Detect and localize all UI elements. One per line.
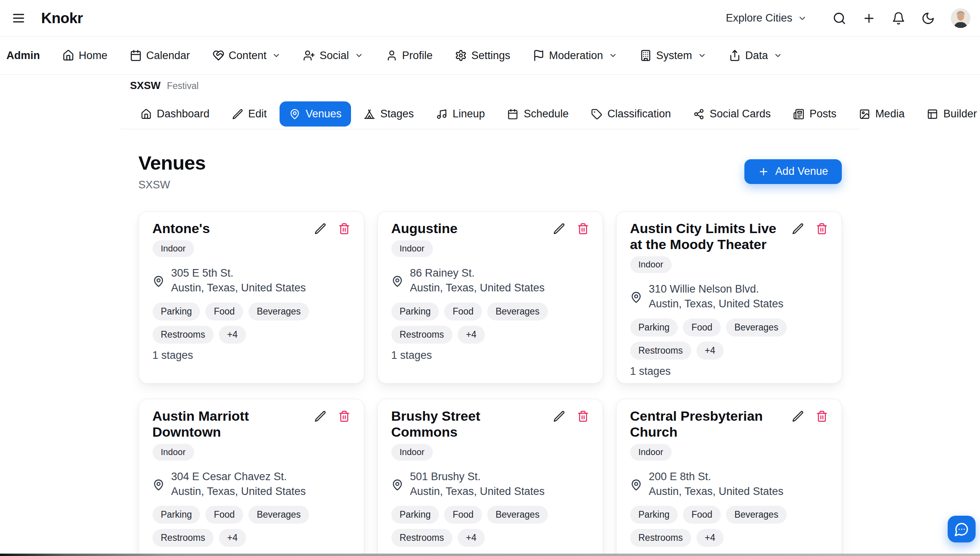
chevron-down-icon <box>272 51 281 60</box>
edit-venue-button[interactable] <box>553 410 565 422</box>
venue-address-line1: 200 E 8th St. <box>649 469 784 484</box>
plus-icon <box>758 166 769 177</box>
tab-schedule[interactable]: Schedule <box>498 101 578 127</box>
venue-address-line2: Austin, Texas, United States <box>410 484 545 499</box>
event-name: SXSW <box>130 79 161 92</box>
tab-media[interactable]: Media <box>849 101 915 127</box>
explore-cities-dropdown[interactable]: Explore Cities <box>726 12 807 24</box>
amenities-more-pill[interactable]: +4 <box>458 529 485 547</box>
nav-item-content[interactable]: Content <box>212 49 281 62</box>
tab-posts[interactable]: Posts <box>784 101 846 127</box>
chevron-down-icon <box>774 51 782 60</box>
edit-venue-button[interactable] <box>314 223 326 235</box>
notifications-button[interactable] <box>892 12 905 25</box>
venue-amenities: ParkingFoodBeveragesRestrooms+4 <box>630 506 828 547</box>
tab-stages[interactable]: Stages <box>354 101 423 127</box>
venue-address-line1: 304 E Cesar Chavez St. <box>171 469 306 484</box>
amenities-more-pill[interactable]: +4 <box>219 326 246 344</box>
amenities-more-pill[interactable]: +4 <box>696 342 724 360</box>
delete-venue-button[interactable] <box>816 410 828 422</box>
delete-venue-button[interactable] <box>338 410 350 422</box>
venue-address-line1: 86 Rainey St. <box>410 266 545 281</box>
venue-name: Antone's <box>153 220 314 236</box>
amenities-more-pill[interactable]: +4 <box>696 529 724 547</box>
chat-fab[interactable] <box>948 516 976 542</box>
tab-builder[interactable]: Builder <box>917 101 980 127</box>
edit-venue-button[interactable] <box>792 223 804 235</box>
search-button[interactable] <box>833 12 846 25</box>
amenity-pill: Restrooms <box>630 342 691 360</box>
venue-address: 86 Rainey St.Austin, Texas, United State… <box>391 266 589 295</box>
delete-venue-button[interactable] <box>338 223 350 235</box>
amenity-pill: Restrooms <box>391 326 452 344</box>
explore-cities-label: Explore Cities <box>726 12 792 24</box>
tab-lineup[interactable]: Lineup <box>427 101 494 127</box>
nav-item-moderation[interactable]: Moderation <box>533 49 617 62</box>
tab-venues[interactable]: Venues <box>280 101 351 127</box>
event-type-label: Festival <box>167 81 198 91</box>
nav-item-calendar[interactable]: Calendar <box>130 49 190 62</box>
amenity-pill: Food <box>205 303 243 321</box>
venue-address-line2: Austin, Texas, United States <box>171 281 306 295</box>
tab-social-cards[interactable]: Social Cards <box>684 101 780 127</box>
page-title: Venues <box>139 152 206 174</box>
venue-name: Augustine <box>391 220 553 236</box>
delete-venue-button[interactable] <box>577 410 589 422</box>
pencil-icon <box>792 410 804 422</box>
image-icon <box>859 109 870 120</box>
edit-venue-button[interactable] <box>792 410 804 422</box>
tab-classification[interactable]: Classification <box>581 101 680 127</box>
venue-type-badge: Indoor <box>153 240 194 257</box>
app-logo[interactable]: Knokr <box>41 10 83 27</box>
theme-toggle-button[interactable] <box>921 12 935 25</box>
search-icon <box>833 12 846 25</box>
amenities-more-pill[interactable]: +4 <box>219 529 246 547</box>
tab-edit[interactable]: Edit <box>222 101 277 127</box>
menu-button[interactable] <box>10 9 28 27</box>
create-button[interactable] <box>862 12 876 25</box>
event-tabs: DashboardEditVenuesStagesLineupScheduleC… <box>121 101 860 129</box>
nav-item-admin[interactable]: Admin <box>6 49 40 62</box>
amenities-more-pill[interactable]: +4 <box>458 326 485 344</box>
map-pin-icon <box>630 283 642 311</box>
venue-card: Austin Marriott DowntownIndoor304 E Cesa… <box>139 399 364 556</box>
delete-venue-button[interactable] <box>577 223 589 235</box>
venue-card: AugustineIndoor86 Rainey St.Austin, Texa… <box>377 211 603 384</box>
tab-dashboard[interactable]: Dashboard <box>131 101 219 127</box>
trash-icon <box>816 223 828 235</box>
nav-item-home[interactable]: Home <box>62 49 107 62</box>
chevron-down-icon <box>355 51 363 60</box>
pencil-icon <box>553 410 565 422</box>
nav-item-system[interactable]: System <box>640 49 706 62</box>
edit-venue-button[interactable] <box>314 410 326 422</box>
chat-bubble-icon <box>954 522 969 537</box>
avatar[interactable] <box>951 8 970 28</box>
map-pin-icon <box>391 471 403 499</box>
amenity-pill: Food <box>444 303 482 321</box>
building-icon <box>640 49 652 61</box>
heart-handshake-icon <box>212 49 224 61</box>
bottom-edge-strip <box>0 554 980 556</box>
nav-item-data[interactable]: Data <box>729 49 782 62</box>
delete-venue-button[interactable] <box>816 223 828 235</box>
amenity-pill: Parking <box>153 506 200 524</box>
amenity-pill: Parking <box>630 319 678 336</box>
map-pin-icon <box>289 109 300 120</box>
nav-item-social[interactable]: Social <box>303 49 363 62</box>
edit-venue-button[interactable] <box>553 223 565 235</box>
venues-grid: Antone'sIndoor305 E 5th St.Austin, Texas… <box>139 211 842 556</box>
add-venue-button[interactable]: Add Venue <box>744 159 841 184</box>
tent-icon <box>364 109 375 120</box>
calendar-icon <box>507 109 518 120</box>
nav-item-settings[interactable]: Settings <box>455 49 510 62</box>
amenity-pill: Parking <box>391 506 439 524</box>
share-icon <box>693 109 704 120</box>
amenity-pill: Food <box>205 506 243 524</box>
pencil-icon <box>232 109 243 120</box>
chevron-down-icon <box>609 51 617 60</box>
nav-item-profile[interactable]: Profile <box>386 49 433 62</box>
amenity-pill: Restrooms <box>153 529 214 547</box>
amenity-pill: Food <box>444 506 482 524</box>
calendar-icon <box>130 49 142 61</box>
amenity-pill: Beverages <box>248 506 309 524</box>
